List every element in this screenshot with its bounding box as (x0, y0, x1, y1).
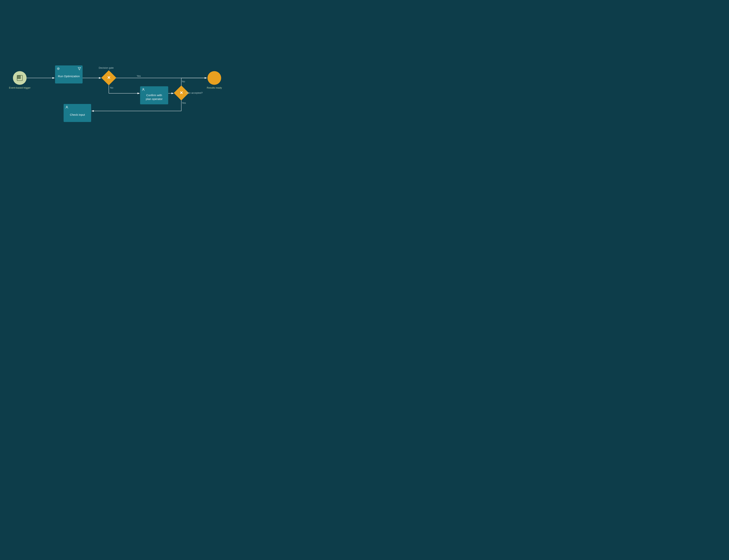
no-label-decision: No (110, 86, 113, 89)
trigger-label: Event-based trigger (9, 86, 30, 89)
yes-label-decision: Yes (137, 75, 141, 77)
connections-svg (0, 0, 243, 187)
results-ready-label: Results ready (207, 86, 222, 89)
gear-icon (57, 67, 60, 70)
svg-point-23 (143, 88, 144, 90)
check-input-label: Check input (70, 113, 85, 117)
trigger-node[interactable]: Event-based trigger (13, 71, 27, 85)
plan-accepted-x-mark: ✕ (180, 91, 183, 95)
svg-point-20 (58, 68, 59, 69)
confirm-operator-box[interactable]: Confirm with plan operator (140, 86, 168, 104)
run-optimization-label: Run Optimization (58, 74, 80, 78)
confirm-operator-label: Confirm with plan operator (146, 93, 162, 101)
no-label-plan: No (182, 80, 185, 83)
diagram-container: Event-based trigger Run Optimization ✕ D… (0, 0, 243, 187)
check-input-icons (65, 105, 90, 109)
svg-point-21 (57, 68, 59, 70)
decision-gate-diamond[interactable]: ✕ (102, 71, 115, 84)
run-optimization-icons (57, 67, 81, 70)
x-mark: ✕ (107, 76, 110, 80)
run-optimization-box[interactable]: Run Optimization (55, 65, 83, 83)
plan-accepted-label: Plan accepted? (186, 91, 203, 94)
person-icon-2 (65, 105, 69, 109)
yes-label-plan: Yes (182, 101, 186, 104)
results-ready-circle[interactable] (207, 71, 221, 85)
run-optimization-node[interactable]: Run Optimization (55, 65, 83, 83)
grid-icon (16, 75, 23, 81)
check-input-node[interactable]: Check input (64, 104, 91, 122)
check-input-box[interactable]: Check input (64, 104, 91, 122)
person-icon (142, 88, 145, 91)
decision-gate-label: Decision gate (99, 66, 114, 69)
svg-point-24 (66, 106, 67, 107)
filter-icon (78, 67, 81, 70)
confirm-operator-icons (142, 88, 167, 91)
results-ready-node[interactable]: Results ready (207, 71, 221, 85)
decision-gate-node[interactable]: ✕ (102, 71, 115, 84)
trigger-circle[interactable] (13, 71, 27, 85)
confirm-operator-node[interactable]: Confirm with plan operator (140, 86, 168, 104)
diamond-shape: ✕ (101, 70, 116, 85)
svg-marker-22 (78, 68, 81, 70)
